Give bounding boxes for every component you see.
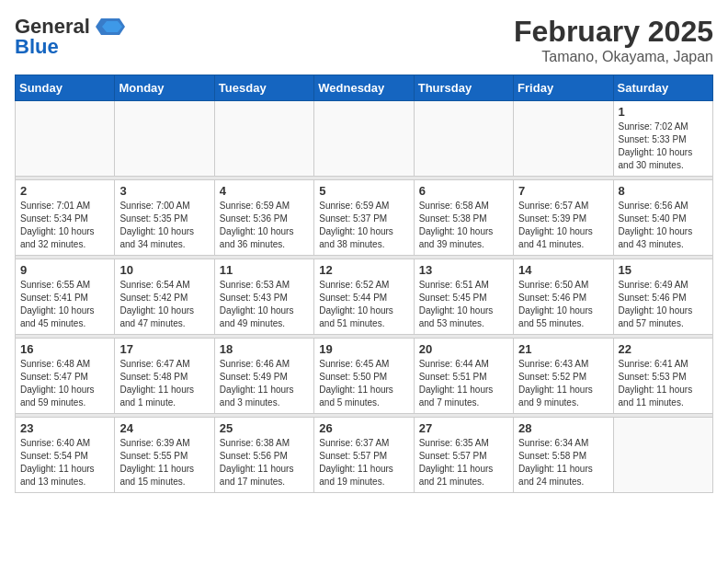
day-number: 9 [20, 263, 109, 277]
calendar-cell: 15Sunrise: 6:49 AM Sunset: 5:46 PM Dayli… [613, 259, 712, 335]
day-info: Sunrise: 7:00 AM Sunset: 5:35 PM Dayligh… [119, 200, 209, 251]
weekday-header-wednesday: Wednesday [314, 75, 414, 101]
calendar-cell [314, 101, 414, 177]
day-info: Sunrise: 6:54 AM Sunset: 5:42 PM Dayligh… [119, 279, 209, 330]
day-number: 19 [319, 342, 408, 356]
day-info: Sunrise: 6:57 AM Sunset: 5:39 PM Dayligh… [518, 200, 608, 251]
calendar-cell [214, 101, 313, 177]
logo-blue-text: Blue [15, 35, 59, 59]
day-info: Sunrise: 6:35 AM Sunset: 5:57 PM Dayligh… [419, 437, 508, 488]
day-info: Sunrise: 6:51 AM Sunset: 5:45 PM Dayligh… [419, 279, 508, 330]
day-info: Sunrise: 6:48 AM Sunset: 5:47 PM Dayligh… [20, 358, 109, 409]
day-number: 14 [518, 263, 608, 277]
day-info: Sunrise: 6:53 AM Sunset: 5:43 PM Dayligh… [220, 279, 309, 330]
day-info: Sunrise: 6:44 AM Sunset: 5:51 PM Dayligh… [419, 358, 508, 409]
calendar-cell: 17Sunrise: 6:47 AM Sunset: 5:48 PM Dayli… [115, 339, 214, 414]
day-number: 18 [220, 342, 309, 356]
day-info: Sunrise: 6:56 AM Sunset: 5:40 PM Dayligh… [619, 200, 708, 251]
calendar-cell: 25Sunrise: 6:38 AM Sunset: 5:56 PM Dayli… [214, 418, 313, 493]
day-number: 8 [619, 184, 708, 198]
day-number: 22 [619, 342, 708, 356]
day-number: 13 [419, 263, 508, 277]
day-info: Sunrise: 6:38 AM Sunset: 5:56 PM Dayligh… [220, 437, 309, 488]
day-info: Sunrise: 7:02 AM Sunset: 5:33 PM Dayligh… [619, 121, 708, 172]
day-number: 28 [518, 421, 608, 435]
day-number: 17 [119, 342, 209, 356]
weekday-header-monday: Monday [115, 75, 214, 101]
calendar-cell: 7Sunrise: 6:57 AM Sunset: 5:39 PM Daylig… [514, 180, 613, 256]
day-info: Sunrise: 6:45 AM Sunset: 5:50 PM Dayligh… [319, 358, 408, 409]
calendar-cell: 6Sunrise: 6:58 AM Sunset: 5:38 PM Daylig… [414, 180, 513, 256]
location: Tamano, Okayama, Japan [514, 49, 713, 65]
weekday-header-tuesday: Tuesday [214, 75, 313, 101]
calendar-cell: 2Sunrise: 7:01 AM Sunset: 5:34 PM Daylig… [16, 180, 115, 256]
day-number: 1 [619, 105, 708, 119]
day-info: Sunrise: 6:59 AM Sunset: 5:37 PM Dayligh… [319, 200, 408, 251]
day-info: Sunrise: 6:39 AM Sunset: 5:55 PM Dayligh… [119, 437, 209, 488]
calendar-cell: 13Sunrise: 6:51 AM Sunset: 5:45 PM Dayli… [414, 259, 513, 335]
calendar-cell: 26Sunrise: 6:37 AM Sunset: 5:57 PM Dayli… [314, 418, 414, 493]
day-number: 27 [419, 421, 508, 435]
calendar-cell: 8Sunrise: 6:56 AM Sunset: 5:40 PM Daylig… [613, 180, 712, 256]
day-info: Sunrise: 7:01 AM Sunset: 5:34 PM Dayligh… [20, 200, 109, 251]
day-number: 7 [518, 184, 608, 198]
calendar-cell: 5Sunrise: 6:59 AM Sunset: 5:37 PM Daylig… [314, 180, 414, 256]
day-number: 23 [20, 421, 109, 435]
day-number: 10 [119, 263, 209, 277]
calendar-cell: 4Sunrise: 6:59 AM Sunset: 5:36 PM Daylig… [214, 180, 313, 256]
day-info: Sunrise: 6:34 AM Sunset: 5:58 PM Dayligh… [518, 437, 608, 488]
calendar-week-4: 16Sunrise: 6:48 AM Sunset: 5:47 PM Dayli… [16, 339, 713, 414]
logo-icon [92, 17, 125, 37]
day-info: Sunrise: 6:49 AM Sunset: 5:46 PM Dayligh… [619, 279, 708, 330]
logo: General Blue [15, 15, 125, 59]
day-number: 21 [518, 342, 608, 356]
calendar-header-row: SundayMondayTuesdayWednesdayThursdayFrid… [16, 75, 713, 101]
calendar-cell: 19Sunrise: 6:45 AM Sunset: 5:50 PM Dayli… [314, 339, 414, 414]
day-number: 3 [119, 184, 209, 198]
day-number: 20 [419, 342, 508, 356]
day-info: Sunrise: 6:41 AM Sunset: 5:53 PM Dayligh… [619, 358, 708, 409]
calendar-cell [514, 101, 613, 177]
day-number: 16 [20, 342, 109, 356]
day-info: Sunrise: 6:40 AM Sunset: 5:54 PM Dayligh… [20, 437, 109, 488]
day-number: 6 [419, 184, 508, 198]
day-number: 4 [220, 184, 309, 198]
calendar-cell: 23Sunrise: 6:40 AM Sunset: 5:54 PM Dayli… [16, 418, 115, 493]
day-info: Sunrise: 6:58 AM Sunset: 5:38 PM Dayligh… [419, 200, 508, 251]
day-number: 5 [319, 184, 408, 198]
day-number: 12 [319, 263, 408, 277]
day-number: 25 [220, 421, 309, 435]
day-info: Sunrise: 6:46 AM Sunset: 5:49 PM Dayligh… [220, 358, 309, 409]
calendar-cell: 12Sunrise: 6:52 AM Sunset: 5:44 PM Dayli… [314, 259, 414, 335]
calendar-cell: 27Sunrise: 6:35 AM Sunset: 5:57 PM Dayli… [414, 418, 513, 493]
day-info: Sunrise: 6:43 AM Sunset: 5:52 PM Dayligh… [518, 358, 608, 409]
calendar-cell: 28Sunrise: 6:34 AM Sunset: 5:58 PM Dayli… [514, 418, 613, 493]
day-number: 26 [319, 421, 408, 435]
day-info: Sunrise: 6:50 AM Sunset: 5:46 PM Dayligh… [518, 279, 608, 330]
day-number: 11 [220, 263, 309, 277]
calendar-table: SundayMondayTuesdayWednesdayThursdayFrid… [15, 75, 713, 493]
calendar-cell [16, 101, 115, 177]
calendar-week-5: 23Sunrise: 6:40 AM Sunset: 5:54 PM Dayli… [16, 418, 713, 493]
weekday-header-saturday: Saturday [613, 75, 712, 101]
calendar-cell: 21Sunrise: 6:43 AM Sunset: 5:52 PM Dayli… [514, 339, 613, 414]
calendar-cell: 10Sunrise: 6:54 AM Sunset: 5:42 PM Dayli… [115, 259, 214, 335]
day-number: 24 [119, 421, 209, 435]
day-number: 2 [20, 184, 109, 198]
calendar-cell: 18Sunrise: 6:46 AM Sunset: 5:49 PM Dayli… [214, 339, 313, 414]
calendar-week-2: 2Sunrise: 7:01 AM Sunset: 5:34 PM Daylig… [16, 180, 713, 256]
page-header: General Blue February 2025 Tamano, Okaya… [15, 15, 713, 65]
day-number: 15 [619, 263, 708, 277]
calendar-cell [115, 101, 214, 177]
title-block: February 2025 Tamano, Okayama, Japan [514, 15, 713, 65]
calendar-cell: 24Sunrise: 6:39 AM Sunset: 5:55 PM Dayli… [115, 418, 214, 493]
calendar-cell: 9Sunrise: 6:55 AM Sunset: 5:41 PM Daylig… [16, 259, 115, 335]
month-year: February 2025 [514, 15, 713, 49]
calendar-week-3: 9Sunrise: 6:55 AM Sunset: 5:41 PM Daylig… [16, 259, 713, 335]
weekday-header-thursday: Thursday [414, 75, 513, 101]
calendar-cell [613, 418, 712, 493]
calendar-cell: 11Sunrise: 6:53 AM Sunset: 5:43 PM Dayli… [214, 259, 313, 335]
calendar-cell: 16Sunrise: 6:48 AM Sunset: 5:47 PM Dayli… [16, 339, 115, 414]
calendar-cell [414, 101, 513, 177]
calendar-cell: 3Sunrise: 7:00 AM Sunset: 5:35 PM Daylig… [115, 180, 214, 256]
